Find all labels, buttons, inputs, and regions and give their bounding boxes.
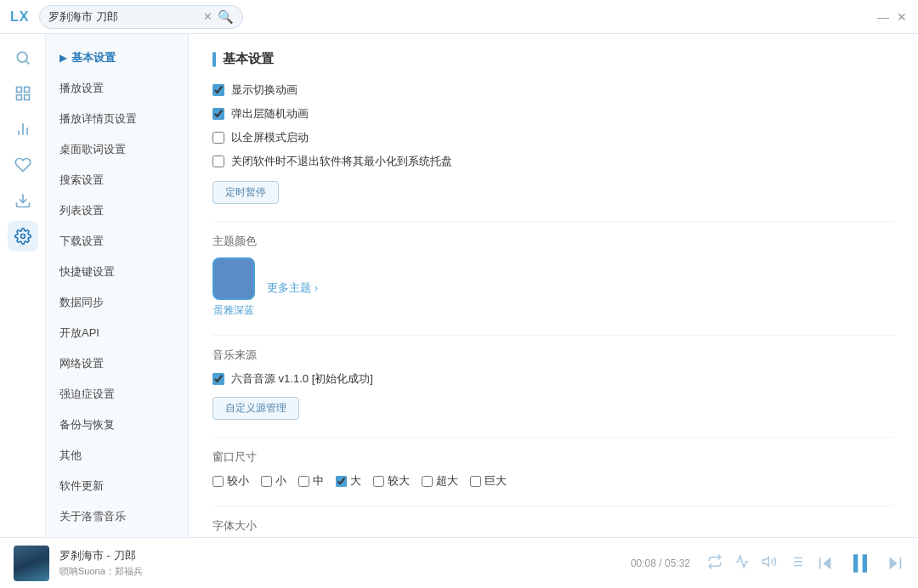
size-option-xxl[interactable]: 超大 (422, 473, 458, 489)
play-pause-button[interactable] (847, 550, 874, 577)
search-input[interactable] (48, 10, 198, 23)
music-source-checkbox[interactable] (212, 373, 224, 385)
size-checkbox-xxl[interactable] (422, 476, 433, 487)
sidebar-item-playback[interactable]: 播放设置 (46, 73, 188, 104)
window-size-section: 窗口尺寸 较小 小 中 大 (212, 449, 894, 489)
basic-checkboxes-group: 显示切换动画 弹出层随机动画 以全屏模式启动 关闭软件时不退出软件将其最小化到系… (212, 82, 894, 204)
checkbox-minimize-label: 关闭软件时不退出软件将其最小化到系统托盘 (231, 154, 452, 169)
music-source-label: 音乐来源 (212, 348, 894, 363)
prev-button[interactable] (816, 554, 835, 573)
window-size-options: 较小 小 中 大 较大 (212, 473, 894, 489)
chevron-icon: ▶ (60, 53, 66, 64)
minimize-button[interactable]: — (877, 11, 889, 23)
svg-marker-22 (890, 557, 898, 569)
music-source-row: 六音音源 v1.1.0 [初始化成功] (212, 371, 894, 387)
svg-line-1 (26, 61, 29, 65)
sidebar-item-backup[interactable]: 备份与恢复 (46, 410, 188, 440)
checkbox-row-fullscreen: 以全屏模式启动 (212, 130, 894, 145)
window-controls: — ✕ (877, 11, 908, 23)
custom-source-button[interactable]: 自定义源管理 (212, 397, 299, 420)
player-info: 罗刹海市 - 刀郎 唢呐Suona：郑福兵 (60, 548, 143, 578)
chevron-right-icon: › (314, 282, 318, 294)
sidebar-item-network[interactable]: 网络设置 (46, 348, 188, 379)
sidebar-item-search[interactable]: 搜索设置 (46, 165, 188, 195)
size-option-s[interactable]: 小 (261, 473, 286, 489)
svg-rect-5 (16, 95, 21, 100)
search-submit-icon[interactable]: 🔍 (218, 9, 234, 25)
sidebar-item-list[interactable]: 列表设置 (46, 195, 188, 226)
theme-color-name: 蛋雅深蓝 (213, 303, 254, 318)
theme-color-swatch[interactable] (212, 257, 255, 300)
sidebar-item-sync[interactable]: 数据同步 (46, 287, 188, 318)
sidebar-item-desktop-lyrics[interactable]: 桌面歌词设置 (46, 134, 188, 165)
checkbox-minimize[interactable] (212, 155, 224, 167)
sidebar-item-playback-detail[interactable]: 播放详情页设置 (46, 104, 188, 134)
sidebar-item-shortcuts[interactable]: 快捷键设置 (46, 257, 188, 287)
more-themes-link[interactable]: 更多主题 › (267, 280, 318, 296)
player-track-title: 罗刹海市 - 刀郎 (60, 548, 143, 563)
size-checkbox-xxxl[interactable] (470, 476, 481, 487)
divider-2 (212, 335, 894, 336)
svg-marker-11 (763, 557, 769, 567)
sidebar-item-update[interactable]: 软件更新 (46, 471, 188, 501)
size-checkbox-s[interactable] (261, 476, 272, 487)
player-bar: 罗刹海市 - 刀郎 唢呐Suona：郑福兵 00:08 / 05:32 (0, 537, 918, 588)
size-checkbox-m[interactable] (298, 476, 309, 487)
nav-settings[interactable] (8, 221, 38, 252)
size-option-xxxl[interactable]: 巨大 (470, 473, 507, 489)
volume-button[interactable] (762, 554, 777, 572)
search-box: ✕ 🔍 (39, 5, 243, 29)
nav-download[interactable] (8, 185, 38, 216)
left-nav (0, 34, 46, 537)
nav-search[interactable] (8, 42, 38, 73)
checkbox-fullscreen[interactable] (212, 132, 224, 144)
app-logo: LX (10, 9, 29, 25)
font-size-section: 字体大小 较小 小 标准 大 (212, 518, 894, 537)
size-option-xs[interactable]: 较小 (212, 473, 249, 489)
size-checkbox-l[interactable] (336, 476, 347, 487)
album-art (14, 546, 49, 581)
theme-color-item: 蛋雅深蓝 (212, 257, 255, 318)
divider-4 (212, 506, 894, 506)
svg-rect-21 (863, 554, 867, 572)
size-option-l[interactable]: 大 (336, 473, 361, 489)
theme-section: 主题颜色 蛋雅深蓝 更多主题 › (212, 234, 894, 318)
timer-pause-button[interactable]: 定时暂停 (212, 181, 279, 204)
svg-rect-4 (24, 95, 29, 100)
sidebar-item-other[interactable]: 其他 (46, 440, 188, 471)
size-option-xl[interactable]: 较大 (373, 473, 410, 489)
wave-button[interactable] (734, 554, 750, 573)
close-button[interactable]: ✕ (896, 11, 908, 23)
svg-marker-18 (823, 557, 830, 569)
checkbox-animation[interactable] (212, 84, 224, 96)
divider-3 (212, 437, 894, 438)
window-size-label: 窗口尺寸 (212, 449, 894, 465)
checkbox-fullscreen-label: 以全屏模式启动 (231, 130, 309, 145)
nav-library[interactable] (8, 78, 38, 109)
svg-rect-3 (24, 88, 29, 93)
sidebar-item-api[interactable]: 开放API (46, 318, 188, 348)
content-area: 基本设置 显示切换动画 弹出层随机动画 以全屏模式启动 关闭软件时不退出软件将其… (189, 34, 918, 537)
sidebar-item-ocd[interactable]: 强迫症设置 (46, 379, 188, 410)
nav-chart[interactable] (8, 114, 38, 144)
sidebar-item-basic[interactable]: ▶ 基本设置 (46, 42, 188, 73)
player-controls (707, 550, 904, 577)
size-option-m[interactable]: 中 (298, 473, 324, 489)
size-checkbox-xl[interactable] (373, 476, 384, 487)
settings-sidebar: ▶ 基本设置 播放设置 播放详情页设置 桌面歌词设置 搜索设置 列表设置 下载设… (46, 34, 189, 537)
sidebar-item-about[interactable]: 关于洛雪音乐 (46, 501, 188, 532)
sidebar-item-download[interactable]: 下载设置 (46, 226, 188, 257)
next-button[interactable] (886, 554, 904, 573)
svg-point-10 (20, 235, 25, 239)
time-separator: / (659, 557, 665, 569)
theme-label: 主题颜色 (212, 234, 894, 249)
search-clear-icon[interactable]: ✕ (203, 10, 212, 23)
nav-favorites[interactable] (8, 150, 38, 180)
svg-rect-20 (853, 554, 858, 572)
checkbox-popup[interactable] (212, 108, 224, 120)
checkbox-row-minimize: 关闭软件时不退出软件将其最小化到系统托盘 (212, 154, 894, 169)
section-title: 基本设置 (212, 51, 894, 67)
repeat-button[interactable] (707, 554, 722, 572)
size-checkbox-xs[interactable] (212, 476, 224, 487)
playlist-button[interactable] (789, 554, 804, 572)
